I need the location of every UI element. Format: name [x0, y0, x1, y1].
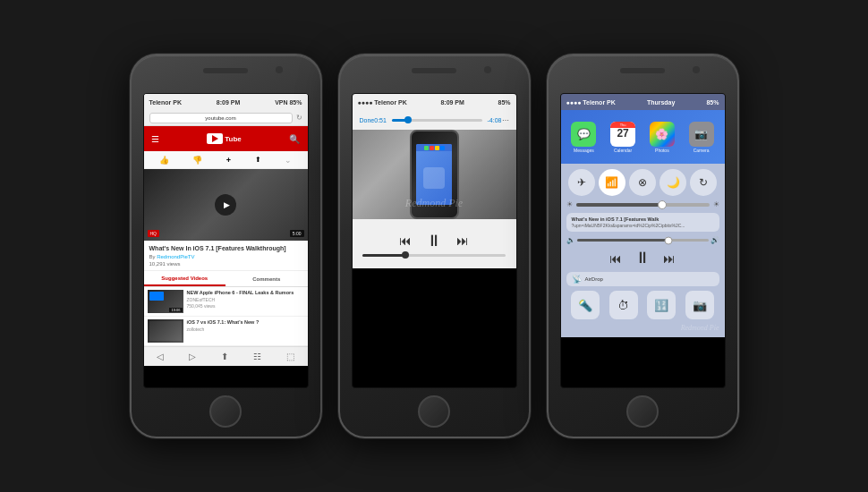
timer-btn[interactable]: ⏱: [609, 291, 638, 319]
photos-label: Photos: [650, 148, 675, 153]
next-button-2[interactable]: ⏭: [456, 233, 469, 248]
time-1: 8:09 PM: [217, 99, 240, 106]
camera-quick-btn[interactable]: 📷: [685, 291, 714, 319]
menu-icon[interactable]: ☰: [151, 134, 159, 144]
bottom-nav-bar: ◁ ▷ ⬆ ☷ ⬚: [144, 346, 308, 366]
share-icon[interactable]: ⬆: [255, 156, 261, 164]
status-bar-2: ●●●● Telenor PK 8:09 PM 85%: [353, 94, 516, 110]
bluetooth-toggle[interactable]: ⊗: [629, 169, 656, 196]
cc-next-btn[interactable]: ⏭: [663, 251, 676, 266]
volume-thumb: [665, 236, 673, 244]
brightness-high-icon: ☀: [713, 200, 719, 208]
share-btn[interactable]: ⬆: [221, 352, 228, 361]
carrier-3: ●●●● Telenor PK: [566, 99, 616, 106]
phone-2-player: ●●●● Telenor PK 8:09 PM 85% Done 0:51 -4…: [338, 54, 531, 438]
tab-suggested[interactable]: Suggested Videos: [144, 271, 226, 286]
brightness-fill: [576, 203, 663, 207]
phone-1-youtube: Telenor PK 8:09 PM VPN 85% youtube.com ↻…: [130, 54, 322, 438]
prev-button-2[interactable]: ⏮: [399, 233, 412, 248]
add-icon[interactable]: +: [226, 156, 231, 165]
airplane-toggle[interactable]: ✈: [568, 169, 595, 196]
url-input[interactable]: youtube.com: [149, 113, 293, 123]
yt-actions-bar: 👍 👎 + ⬆ ⌄: [144, 151, 308, 169]
progress-thumb: [404, 116, 412, 123]
total-time: -4:08: [488, 117, 502, 123]
messages-icon: 💬: [571, 122, 596, 147]
yt-tabs: Suggested Videos Comments: [144, 271, 308, 287]
brightness-row: ☀ ☀: [566, 200, 719, 208]
cc-panel: ✈ 📶 ⊗ 🌙 ↻ ☀ ☀: [561, 164, 725, 337]
cc-play-btn[interactable]: ⏸: [634, 249, 651, 267]
player-controls: ⏮ ⏸ ⏭: [353, 219, 516, 268]
hq-badge: HQ: [148, 230, 160, 237]
screen-3: ●●●● Telenor PK Thursday 85% 💬 Messages …: [560, 93, 726, 388]
messages-label: Messages: [571, 148, 596, 153]
day-3: Thursday: [647, 99, 676, 106]
video-meta: By RedmondPieTV: [149, 254, 302, 259]
cc-prev-btn[interactable]: ⏮: [609, 251, 622, 266]
camera-icon: 📷: [689, 122, 714, 147]
status-bar-3: ●●●● Telenor PK Thursday 85%: [561, 94, 725, 110]
refresh-icon[interactable]: ↻: [296, 114, 302, 122]
volume-high-icon: 🔊: [711, 236, 719, 244]
home-button-1[interactable]: [209, 395, 242, 428]
search-icon[interactable]: 🔍: [289, 134, 300, 144]
brightness-slider[interactable]: [576, 203, 710, 207]
video-title: What's New In iOS 7.1 [Features Walkthro…: [149, 244, 302, 252]
elapsed-time: 0:51: [374, 117, 387, 123]
play-pause-button-2[interactable]: ⏸: [426, 232, 442, 250]
battery-2: 85%: [498, 99, 510, 106]
tabs-btn[interactable]: ⬚: [286, 352, 294, 361]
airplay-icon[interactable]: ⋯: [502, 116, 509, 124]
more-icon[interactable]: ⌄: [285, 156, 292, 165]
like-icon[interactable]: 👍: [159, 156, 169, 165]
control-center-screen: ●●●● Telenor PK Thursday 85% 💬 Messages …: [561, 94, 725, 337]
yt-logo: Tube: [207, 133, 242, 144]
photos-icon: 🌸: [650, 122, 675, 147]
suggestion-title-2: iOS 7 vs iOS 7.1: What's New ?: [187, 319, 304, 326]
volume-fill: [577, 239, 669, 242]
volume-low-icon: 🔈: [566, 236, 575, 244]
fwd-btn[interactable]: ▷: [189, 352, 196, 361]
now-playing: What's New in iOS 7.1 [Features Walk ?up…: [566, 213, 719, 232]
progress-track[interactable]: [392, 119, 482, 122]
flashlight-btn[interactable]: 🔦: [571, 291, 600, 319]
brightness-low-icon: ☀: [566, 200, 573, 208]
suggestion-info-1: NEW Apple iPhone 6 - FINAL Leaks & Rumor…: [187, 290, 304, 313]
volume-slider[interactable]: [577, 239, 709, 242]
app-row: 💬 Messages Thu 27 Calendar 🌸 Photos: [561, 110, 725, 164]
seek-bar[interactable]: [362, 254, 506, 257]
play-overlay[interactable]: ▶: [215, 194, 236, 216]
home-button-3[interactable]: [626, 395, 659, 428]
tab-comments[interactable]: Comments: [226, 271, 308, 286]
youtube-screen: Telenor PK 8:09 PM VPN 85% youtube.com ↻…: [144, 94, 308, 366]
done-button[interactable]: Done: [360, 117, 375, 123]
video-thumbnail[interactable]: ▶ HQ 5:00: [144, 169, 308, 241]
airdrop-label: AirDrop: [585, 276, 603, 282]
carrier-2: ●●●● Telenor PK: [358, 99, 407, 106]
phone-screen-in-video: [416, 144, 452, 205]
home-button-2[interactable]: [418, 395, 450, 428]
messages-app[interactable]: 💬 Messages: [571, 122, 596, 153]
toggle-row: ✈ 📶 ⊗ 🌙 ↻: [566, 169, 719, 196]
dnd-toggle[interactable]: 🌙: [660, 169, 686, 196]
quick-buttons: 🔦 ⏱ 🔢 📷: [566, 291, 719, 319]
wifi-toggle[interactable]: 📶: [599, 169, 625, 196]
dislike-icon[interactable]: 👎: [192, 156, 202, 165]
rotation-toggle[interactable]: ↻: [690, 169, 717, 196]
screen-2: ●●●● Telenor PK 8:09 PM 85% Done 0:51 -4…: [352, 93, 517, 388]
np-url: ?upn=iMaUN5F2KIo&sparams=id%2Cip%2Cipbit…: [572, 223, 714, 228]
calculator-btn[interactable]: 🔢: [647, 291, 676, 319]
photos-app[interactable]: 🌸 Photos: [650, 122, 675, 153]
suggestion-duration-1: 19:06: [169, 308, 182, 312]
suggestion-item-2[interactable]: iOS 7 vs iOS 7.1: What's New ? zollotech: [144, 317, 308, 346]
suggestion-item-1[interactable]: 19:06 NEW Apple iPhone 6 - FINAL Leaks &…: [144, 287, 308, 317]
bookmark-btn[interactable]: ☷: [253, 352, 261, 361]
yt-play-triangle: [212, 135, 218, 142]
airdrop-row[interactable]: 📡 AirDrop: [566, 272, 719, 286]
media-volume-row: 🔈 🔊: [566, 236, 719, 244]
camera-app[interactable]: 📷 Camera: [689, 122, 714, 153]
carrier-1: Telenor PK: [149, 99, 182, 106]
calendar-app[interactable]: Thu 27 Calendar: [610, 122, 635, 153]
back-btn[interactable]: ◁: [157, 352, 164, 361]
